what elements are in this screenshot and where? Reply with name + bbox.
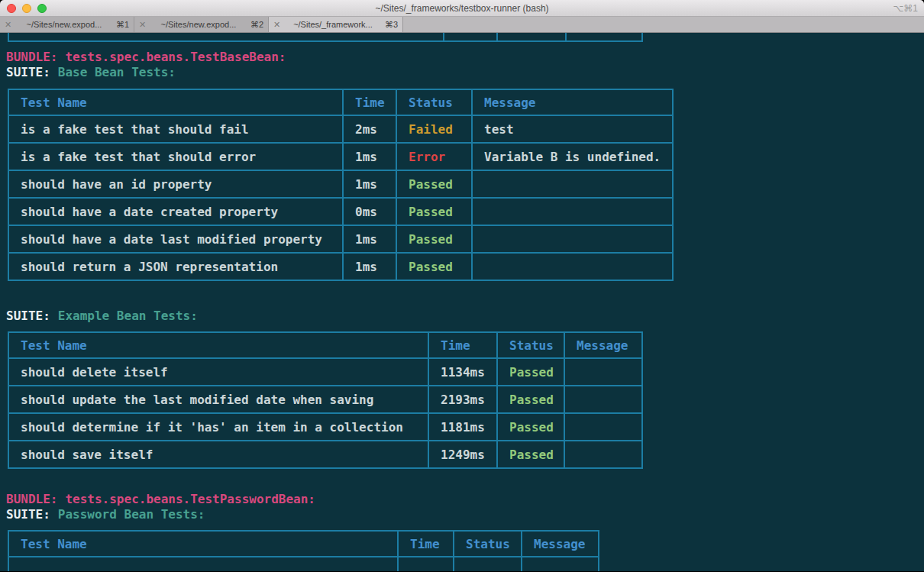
tab-shortcut: ⌘2 [250, 20, 263, 30]
message-cell [472, 170, 673, 198]
status-cell: Passed [396, 198, 472, 225]
status-cell: Passed [396, 170, 472, 198]
tab-shortcut: ⌘3 [385, 20, 398, 30]
tab-label: ~/Sites/new.expod... [150, 20, 247, 29]
time-cell: 1134ms [428, 358, 497, 386]
window-title: ~/Sites/_frameworks/testbox-runner (bash… [0, 3, 924, 14]
bundle-name: tests.spec.beans.TestPasswordBean: [65, 492, 315, 507]
window-titlebar[interactable]: ~/Sites/_frameworks/testbox-runner (bash… [0, 0, 924, 17]
message-cell [472, 253, 673, 280]
test-name-cell: should save itself [8, 441, 428, 468]
tab-close-icon[interactable]: ✕ [5, 20, 15, 30]
bundle-label: BUNDLE: [6, 492, 57, 507]
column-header-status: Status [396, 89, 472, 115]
status-cell: Passed [497, 413, 564, 441]
status-cell [454, 557, 522, 571]
test-result-row: should delete itself 1134ms Passed [8, 358, 642, 386]
message-cell [472, 198, 673, 225]
tab-3-active[interactable]: ✕ ~/Sites/_framework... ⌘3 [269, 17, 403, 32]
suite-name: Example Bean Tests: [58, 309, 198, 324]
table-header-row: Test Name Time Status Message [8, 332, 642, 358]
status-cell: Passed [497, 358, 564, 386]
suite-name: Password Bean Tests: [58, 507, 205, 522]
suite-label: SUITE: [6, 309, 50, 324]
column-header-test-name: Test Name [8, 89, 343, 115]
status-cell: Passed [396, 253, 472, 280]
bundle-line: BUNDLE: tests.spec.beans.TestPasswordBea… [6, 492, 315, 507]
suite-label: SUITE: [6, 65, 50, 80]
test-result-row: should have an id property 1ms Passed [8, 170, 673, 198]
suite-line: SUITE: Example Bean Tests: [6, 309, 198, 324]
example-bean-results-table: Test Name Time Status Message should del… [8, 331, 643, 469]
test-name-cell: is a fake test that should error [8, 143, 343, 170]
time-cell: 0ms [343, 198, 396, 225]
message-cell: Variable B is undefined. [472, 143, 673, 170]
status-cell: Passed [497, 441, 564, 468]
column-header-message: Message [522, 531, 599, 557]
terminal-screen[interactable]: BUNDLE: tests.spec.beans.TestBaseBean: S… [0, 33, 924, 571]
test-result-row: is a fake test that should error 1ms Err… [8, 143, 673, 170]
tab-bar-filler [403, 17, 924, 32]
column-header-time: Time [343, 89, 396, 115]
test-result-row: should save itself 1249ms Passed [8, 441, 642, 468]
time-cell: 2ms [343, 115, 396, 143]
time-cell: 1181ms [428, 413, 497, 441]
message-cell [564, 358, 642, 386]
column-header-message: Message [472, 89, 673, 115]
status-cell: Passed [497, 386, 564, 413]
test-result-row: is a fake test that should fail 2ms Fail… [8, 115, 673, 143]
test-result-row: should have a date last modified propert… [8, 225, 673, 253]
time-cell [398, 557, 454, 571]
bundle-label: BUNDLE: [6, 50, 57, 65]
test-result-row: should update the last modified date whe… [8, 386, 642, 413]
test-result-row: should return a JSON representation 1ms … [8, 253, 673, 280]
suite-line: SUITE: Base Bean Tests: [6, 65, 286, 80]
time-cell: 2193ms [428, 386, 497, 413]
test-name-cell [8, 557, 398, 571]
suite-name: Base Bean Tests: [58, 65, 176, 80]
test-name-cell: is a fake test that should fail [8, 115, 343, 143]
column-header-test-name: Test Name [8, 531, 398, 557]
table-header-row: Test Name Time Status Message [8, 531, 599, 557]
tab-1[interactable]: ✕ ~/Sites/new.expod... ⌘1 [0, 17, 134, 32]
message-cell [564, 413, 642, 441]
bundle-name: tests.spec.beans.TestBaseBean: [65, 50, 286, 65]
test-name-cell: should determine if it 'has' an item in … [8, 413, 428, 441]
status-cell: Passed [396, 225, 472, 253]
test-result-row-clipped [8, 557, 599, 571]
test-result-row: should determine if it 'has' an item in … [8, 413, 642, 441]
tab-close-icon[interactable]: ✕ [273, 20, 284, 30]
terminal-window: ~/Sites/_frameworks/testbox-runner (bash… [0, 0, 924, 572]
suite-line: SUITE: Password Bean Tests: [6, 507, 315, 522]
window-shortcut-hint: ⌥⌘1 [893, 3, 918, 14]
status-cell: Failed [396, 115, 472, 143]
test-name-cell: should have a date last modified propert… [8, 225, 343, 253]
message-cell [564, 386, 642, 413]
suite-label: SUITE: [6, 507, 50, 522]
tab-close-icon[interactable]: ✕ [139, 20, 150, 30]
time-cell: 1ms [343, 170, 396, 198]
message-cell [522, 557, 599, 571]
password-bean-results-table: Test Name Time Status Message [8, 530, 599, 571]
tab-shortcut: ⌘1 [116, 20, 129, 30]
tab-2[interactable]: ✕ ~/Sites/new.expod... ⌘2 [134, 17, 269, 32]
tab-label: ~/Sites/_framework... [284, 20, 382, 29]
column-header-time: Time [398, 531, 454, 557]
clipped-cell [8, 33, 443, 40]
test-name-cell: should have an id property [8, 170, 343, 198]
test-name-cell: should have a date created property [8, 198, 343, 225]
clipped-cell [565, 33, 641, 40]
message-cell [472, 225, 673, 253]
test-name-cell: should delete itself [8, 358, 428, 386]
clipped-cell [443, 33, 496, 40]
table-header-row: Test Name Time Status Message [8, 89, 673, 115]
time-cell: 1ms [343, 253, 396, 280]
column-header-message: Message [564, 332, 642, 358]
tab-label: ~/Sites/new.expod... [15, 20, 113, 29]
bundle-line: BUNDLE: tests.spec.beans.TestBaseBean: [6, 50, 286, 65]
base-bean-results-table: Test Name Time Status Message is a fake … [8, 89, 674, 281]
status-cell: Error [396, 143, 472, 170]
test-name-cell: should update the last modified date whe… [8, 386, 428, 413]
clipped-table-bottom [8, 33, 643, 42]
test-result-row: should have a date created property 0ms … [8, 198, 673, 225]
